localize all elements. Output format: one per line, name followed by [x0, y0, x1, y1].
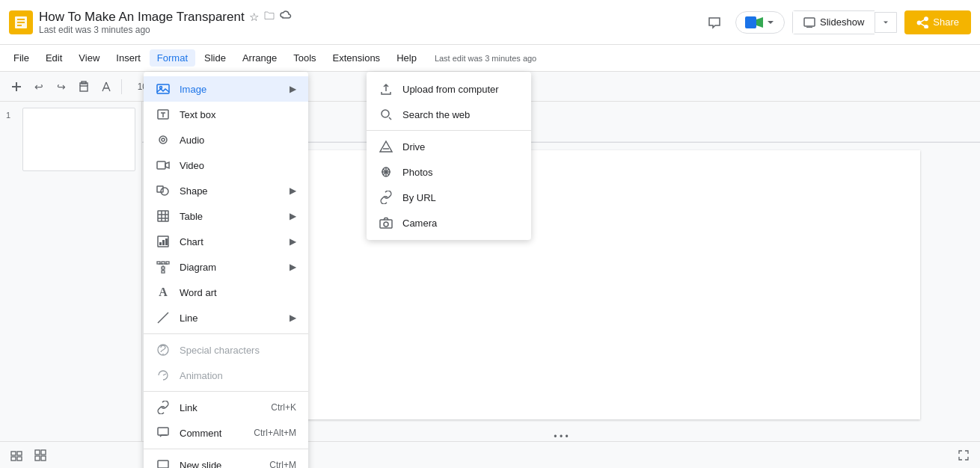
- drive-label: Drive: [402, 141, 519, 153]
- sep-3: [144, 449, 308, 449]
- image-arrow: ▶: [290, 84, 296, 94]
- diagram-label: Diagram: [180, 262, 281, 273]
- line-icon: [156, 311, 171, 324]
- diagram-arrow: ▶: [290, 262, 296, 272]
- camera-icon: [379, 216, 393, 230]
- image-submenu: Upload from computer Search the web Driv…: [367, 72, 531, 240]
- table-arrow: ▶: [290, 211, 296, 221]
- comment-shortcut: Ctrl+Alt+M: [254, 428, 296, 438]
- link-shortcut: Ctrl+K: [271, 402, 296, 413]
- drive-icon: [379, 140, 393, 153]
- special-chars-icon: [156, 343, 171, 357]
- menu-item-wordart[interactable]: A Word art: [144, 280, 308, 305]
- audio-icon: [156, 133, 171, 147]
- textbox-icon: [156, 108, 171, 121]
- animation-label: Animation: [180, 370, 296, 381]
- svg-point-15: [162, 138, 165, 141]
- submenu-item-drive[interactable]: Drive: [367, 134, 531, 159]
- menu-item-table[interactable]: Table ▶: [144, 203, 308, 229]
- svg-rect-25: [159, 242, 162, 245]
- shape-arrow: ▶: [290, 185, 296, 196]
- menu-item-image[interactable]: Image ▶: [144, 76, 308, 102]
- video-label: Video: [180, 160, 296, 171]
- chart-icon: [156, 235, 171, 248]
- photos-label: Photos: [402, 167, 519, 178]
- menu-item-link[interactable]: Link Ctrl+K: [144, 395, 308, 420]
- submenu-item-search-web[interactable]: Search the web: [367, 102, 531, 127]
- svg-point-17: [161, 188, 168, 195]
- chart-label: Chart: [180, 236, 281, 247]
- search-web-label: Search the web: [402, 109, 519, 120]
- search-web-icon: [379, 108, 393, 121]
- menu-item-line[interactable]: Line ▶: [144, 305, 308, 330]
- submenu-item-by-url[interactable]: By URL: [367, 185, 531, 210]
- insert-dropdown: Image ▶ Text box Audio Video: [144, 72, 308, 468]
- line-label: Line: [180, 312, 281, 324]
- line-arrow: ▶: [290, 312, 296, 323]
- menu-item-new-slide[interactable]: New slide Ctrl+M: [144, 452, 308, 468]
- svg-rect-16: [157, 161, 165, 169]
- textbox-label: Text box: [180, 109, 296, 120]
- special-chars-label: Special characters: [180, 345, 296, 356]
- image-submenu-container: Upload from computer Search the web Driv…: [367, 72, 531, 240]
- submenu-item-upload[interactable]: Upload from computer: [367, 76, 531, 102]
- table-label: Table: [180, 211, 281, 222]
- wordart-label: Word art: [180, 287, 296, 298]
- comment-icon: [156, 426, 171, 440]
- svg-rect-40: [158, 461, 168, 468]
- menu-item-shape[interactable]: Shape ▶: [144, 178, 308, 203]
- new-slide-icon: [156, 458, 171, 468]
- wordart-icon: A: [156, 286, 171, 299]
- new-slide-label: New slide: [180, 460, 260, 469]
- submenu-sep-1: [367, 130, 531, 131]
- svg-rect-32: [162, 271, 165, 273]
- svg-rect-31: [162, 267, 165, 269]
- animation-icon: [156, 369, 171, 382]
- svg-rect-39: [158, 428, 168, 435]
- svg-rect-26: [162, 240, 165, 245]
- menu-item-video[interactable]: Video: [144, 153, 308, 178]
- menu-item-comment[interactable]: Comment Ctrl+Alt+M: [144, 420, 308, 446]
- insert-menu: Image ▶ Text box Audio Video: [144, 72, 308, 468]
- submenu-item-photos[interactable]: Photos: [367, 159, 531, 185]
- image-label: Image: [180, 84, 281, 95]
- submenu-item-camera[interactable]: Camera: [367, 210, 531, 235]
- by-url-label: By URL: [402, 192, 519, 203]
- table-icon: [156, 209, 171, 223]
- audio-label: Audio: [180, 135, 296, 146]
- camera-label: Camera: [402, 218, 519, 229]
- by-url-icon: [379, 191, 393, 204]
- new-slide-shortcut: Ctrl+M: [269, 460, 296, 468]
- svg-marker-42: [380, 141, 392, 152]
- upload-icon: [379, 82, 393, 96]
- link-label: Link: [180, 402, 262, 413]
- sep-2: [144, 391, 308, 392]
- svg-rect-27: [165, 238, 168, 245]
- photos-icon: [379, 165, 393, 179]
- diagram-icon: [156, 260, 171, 274]
- comment-label: Comment: [180, 428, 245, 439]
- sep-1: [144, 333, 308, 334]
- svg-point-41: [382, 110, 389, 117]
- menu-item-animation: Animation: [144, 363, 308, 388]
- svg-line-37: [158, 312, 168, 323]
- video-icon: [156, 158, 171, 172]
- svg-rect-19: [158, 211, 168, 221]
- menu-item-textbox[interactable]: Text box: [144, 102, 308, 127]
- upload-label: Upload from computer: [402, 84, 519, 95]
- svg-rect-11: [157, 84, 169, 93]
- menu-item-special-chars: Special characters: [144, 337, 308, 363]
- menu-item-audio[interactable]: Audio: [144, 127, 308, 153]
- chart-arrow: ▶: [290, 236, 296, 247]
- shape-label: Shape: [180, 185, 281, 197]
- image-icon: [156, 82, 171, 96]
- svg-point-45: [384, 222, 388, 227]
- shape-icon: [156, 184, 171, 197]
- menu-item-diagram[interactable]: Diagram ▶: [144, 254, 308, 280]
- link-icon: [156, 401, 171, 414]
- svg-point-14: [159, 136, 167, 144]
- menu-item-chart[interactable]: Chart ▶: [144, 229, 308, 254]
